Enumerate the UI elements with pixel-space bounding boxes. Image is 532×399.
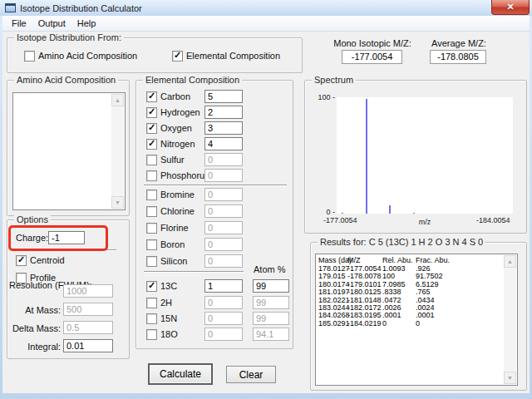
scroll-up-icon[interactable]: ▲ — [504, 255, 516, 268]
menu-help[interactable]: Help — [71, 17, 102, 30]
element-row: Chlorine0 — [136, 204, 293, 218]
silicon-count-field[interactable]: 0 — [204, 254, 243, 268]
hydrogen-count-field[interactable]: 2 — [204, 106, 243, 119]
results-listbox[interactable]: Mass (da)M/ZRel. Abu.Frac. Abu.178.0127-… — [315, 254, 518, 386]
close-button[interactable]: ✕ — [491, 0, 530, 15]
table-cell: Frac. Abu. — [416, 257, 450, 264]
resolution-fwhm-field[interactable]: 1000 — [63, 284, 113, 298]
x-axis-right-label: -184.0054 — [476, 216, 510, 224]
table-row[interactable]: 185.0291-184.021900 — [318, 320, 503, 328]
table-cell: Mass (da) — [318, 257, 352, 264]
hydrogen-checkbox[interactable]: ✓ — [146, 107, 157, 118]
scroll-up-icon[interactable]: ▲ — [111, 94, 124, 106]
divider — [144, 271, 244, 273]
element-row: 18O094.1 — [136, 328, 293, 341]
phosphorus-checkbox[interactable] — [146, 170, 157, 181]
15n-checkbox[interactable] — [146, 313, 157, 324]
table-cell: M/Z — [347, 257, 361, 264]
13c-label: 13C — [160, 281, 177, 291]
scroll-down-icon[interactable]: ▼ — [111, 196, 124, 209]
group-label: Isotope Distribution From: — [14, 32, 124, 43]
table-cell: .8338 — [382, 288, 401, 296]
carbon-count-field[interactable]: 5 — [204, 90, 243, 103]
spectrum-peak — [342, 213, 343, 214]
sulfur-count-field[interactable]: 0 — [204, 153, 243, 166]
menu-output[interactable]: Output — [32, 17, 71, 30]
13c-checkbox[interactable]: ✓ — [146, 281, 157, 292]
18o-atom-pct-field[interactable]: 94.1 — [253, 328, 289, 341]
nitrogen-checkbox[interactable]: ✓ — [146, 139, 157, 150]
chlorine-count-field[interactable]: 0 — [204, 204, 243, 218]
bromine-checkbox[interactable] — [146, 190, 157, 200]
amino-acid-composition-label: Amino Acid Composition — [38, 51, 137, 61]
bromine-count-field[interactable]: 0 — [204, 188, 243, 201]
florine-label: Florine — [160, 223, 189, 233]
13c-count-field[interactable]: 1 — [204, 279, 243, 293]
amino-acid-composition-checkbox[interactable] — [24, 51, 35, 62]
element-row: Florine0 — [136, 221, 293, 234]
group-elemental-composition: Elemental Composition ✓Carbon5✓Hydrogen2… — [135, 80, 293, 349]
at-mass-field[interactable]: 500 — [63, 303, 113, 316]
oxygen-checkbox[interactable]: ✓ — [146, 123, 157, 134]
title-bar[interactable]: Isotope Distribution Calculator — [0, 0, 532, 16]
group-spectrum: Spectrum 100 - 0 - -177.0054 m/z -184.00… — [304, 80, 527, 234]
chlorine-checkbox[interactable] — [146, 206, 157, 217]
18o-count-field[interactable]: 0 — [204, 328, 243, 341]
spectrum-plot — [337, 97, 513, 214]
resolution-fwhm-label: Resolution (FWHM): — [9, 280, 61, 290]
boron-count-field[interactable]: 0 — [204, 238, 243, 251]
close-icon: ✕ — [506, 2, 514, 12]
amino-scrollbar[interactable]: ▲ ▼ — [111, 94, 124, 209]
group-isotope-distribution-from: Isotope Distribution From: Amino Acid Co… — [7, 37, 303, 73]
scroll-down-icon[interactable]: ▼ — [504, 372, 516, 384]
2h-atom-pct-field[interactable]: 99 — [253, 296, 289, 309]
table-cell: Rel. Abu. — [382, 257, 413, 264]
silicon-checkbox[interactable] — [146, 256, 157, 267]
calculate-button[interactable]: Calculate — [148, 363, 213, 385]
average-mz-field[interactable]: -178.0805 — [430, 50, 486, 64]
18o-checkbox[interactable] — [146, 329, 157, 340]
boron-checkbox[interactable] — [146, 239, 157, 250]
results-title: Results for: C 5 (13C) 1 H 2 O 3 N 4 S 0 — [318, 237, 485, 248]
spectrum-peak — [413, 213, 415, 214]
menu-file[interactable]: File — [6, 17, 32, 30]
delta-mass-field[interactable]: 0.5 — [63, 321, 113, 334]
2h-count-field[interactable]: 0 — [204, 296, 243, 309]
results-scrollbar[interactable]: ▲ ▼ — [504, 255, 516, 384]
amino-acid-listbox[interactable]: ▲ ▼ — [12, 92, 126, 210]
atom-pct-header: Atom % — [254, 264, 286, 274]
element-row: 2H099 — [136, 296, 293, 309]
table-cell: 181.0197 — [318, 288, 350, 296]
table-cell: 0 — [382, 320, 387, 328]
menu-bar: File Output Help — [2, 16, 530, 32]
centroid-checkbox[interactable]: ✓ — [16, 255, 27, 266]
integral-label: Integral: — [9, 342, 61, 352]
group-amino-acid-composition: Amino Acid Composition ▲ ▼ — [7, 80, 130, 216]
group-label: Elemental Composition — [143, 75, 242, 86]
element-row: ✓Oxygen3 — [136, 121, 293, 135]
2h-checkbox[interactable] — [146, 298, 157, 308]
charge-field-highlight-annotation — [8, 225, 108, 251]
mono-isotopic-mz-field[interactable]: -177.0054 — [342, 50, 402, 64]
15n-label: 15N — [160, 313, 177, 323]
app-icon — [5, 3, 16, 12]
integral-field[interactable]: 0.01 — [63, 339, 113, 352]
2h-label: 2H — [160, 298, 172, 308]
at-mass-label: At Mass: — [9, 305, 61, 315]
carbon-checkbox[interactable]: ✓ — [146, 91, 157, 102]
table-cell: 0 — [416, 320, 420, 328]
13c-atom-pct-field[interactable]: 99 — [253, 279, 289, 293]
carbon-label: Carbon — [160, 91, 190, 101]
15n-count-field[interactable]: 0 — [204, 312, 243, 325]
oxygen-count-field[interactable]: 3 — [204, 121, 243, 135]
15n-atom-pct-field[interactable]: 99 — [253, 312, 289, 325]
element-row: Phosphorus0 — [136, 169, 293, 182]
elemental-composition-checkbox[interactable]: ✓ — [172, 51, 183, 62]
sulfur-checkbox[interactable] — [146, 155, 157, 165]
florine-checkbox[interactable] — [146, 223, 157, 234]
nitrogen-count-field[interactable]: 4 — [204, 137, 243, 150]
element-row: Boron0 — [136, 238, 293, 251]
florine-count-field[interactable]: 0 — [204, 221, 243, 234]
clear-button[interactable]: Clear — [226, 366, 276, 383]
phosphorus-count-field[interactable]: 0 — [204, 169, 243, 182]
